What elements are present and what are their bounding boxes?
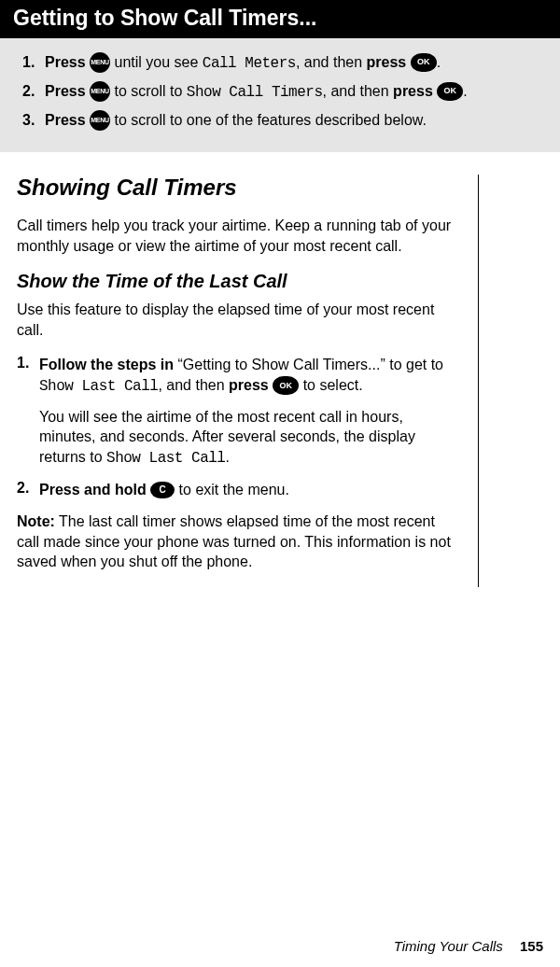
step-bottom-2: 2. Press and hold C to exit the menu. [39,480,452,500]
page-footer: Timing Your Calls 155 [394,938,543,954]
step-content: Press MENU until you see Call Meters, an… [45,51,543,75]
ok-button-icon: OK [437,82,463,101]
menu-button-icon: MENU [90,81,110,102]
menu-item-mono: Show Last Call [39,378,158,395]
step-top-1: 1. Press MENU until you see Call Meters,… [22,51,543,75]
section-heading: Showing Call Timers [17,175,452,201]
banner-title: Getting to Show Call Timers... [13,6,316,30]
bold-text: Press and hold [39,482,150,498]
press-label: Press [45,83,90,99]
note-text: The last call timer shows elapsed time o… [17,513,451,569]
subsection-heading: Show the Time of the Last Call [17,271,452,292]
text: , and then [158,377,229,393]
text: until you see [110,54,203,70]
text: “Getting to Show Call Timers...” to get … [174,357,443,372]
text: to scroll to [110,83,187,99]
intro-paragraph: Call timers help you track your airtime.… [17,216,452,256]
sidebar-column [478,175,543,587]
footer-section: Timing Your Calls [394,938,503,954]
press-label: press [367,54,411,70]
main-column: Showing Call Timers Call timers help you… [17,175,478,587]
menu-button-icon: MENU [90,52,110,73]
menu-item-mono: Show Last Call [106,450,225,467]
banner-header: Getting to Show Call Timers... [0,0,560,38]
step-num: 1. [17,355,29,371]
step-content: Follow the steps in “Getting to Show Cal… [39,355,452,469]
steps-box: 1. Press MENU until you see Call Meters,… [0,38,560,152]
ok-button-icon: OK [273,376,299,395]
press-label: Press [45,54,90,70]
text: to scroll to one of the features describ… [110,112,427,128]
step-num: 3. [22,109,45,132]
step-content: Press MENU to scroll to Show Call Timers… [45,80,543,104]
note-paragraph: Note: The last call timer shows elapsed … [17,512,452,572]
bold-text: Follow the steps in [39,357,174,372]
text: . [463,83,467,99]
text: . [437,54,441,70]
page-number: 155 [520,938,543,954]
text: to exit the menu. [175,482,289,498]
press-label: Press [45,112,90,128]
step-bottom-1: 1. Follow the steps in “Getting to Show … [39,355,452,469]
step-num: 2. [22,80,45,104]
content-wrapper: Showing Call Timers Call timers help you… [0,152,560,587]
steps-top-list: 1. Press MENU until you see Call Meters,… [22,51,543,132]
c-button-icon: C [150,482,175,498]
step-num: 2. [17,480,29,497]
step-top-3: 3. Press MENU to scroll to one of the fe… [22,109,543,132]
text: to select. [299,377,362,393]
press-label: press [393,83,437,99]
sub-paragraph: You will see the airtime of the most rec… [39,407,452,469]
step-top-2: 2. Press MENU to scroll to Show Call Tim… [22,80,543,104]
menu-item-mono: Call Meters [203,55,296,72]
ok-button-icon: OK [411,53,437,72]
press-label: press [229,377,273,393]
steps-bottom-list: 1. Follow the steps in “Getting to Show … [17,355,452,500]
text: . [225,449,229,465]
text: , and then [322,83,393,99]
step-content: Press MENU to scroll to one of the featu… [45,109,543,132]
menu-button-icon: MENU [90,110,110,131]
step-content: Press and hold C to exit the menu. [39,480,452,500]
text: , and then [296,54,367,70]
note-label: Note: [17,513,55,529]
menu-item-mono: Show Call Timers [187,84,323,101]
step-num: 1. [22,51,45,75]
subsection-intro: Use this feature to display the elapsed … [17,300,452,340]
